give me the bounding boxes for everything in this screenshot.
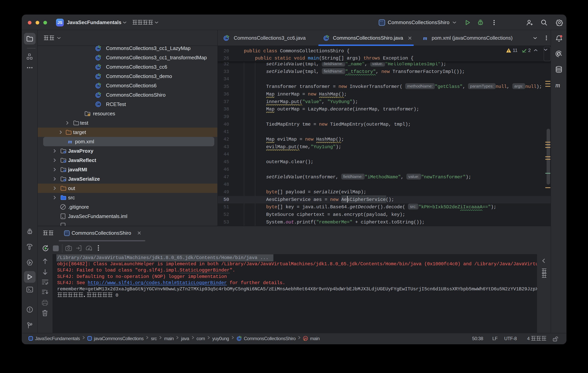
svg-text:m: m (423, 35, 427, 41)
svg-text:m: m (68, 139, 72, 145)
svg-text:m: m (555, 82, 560, 88)
